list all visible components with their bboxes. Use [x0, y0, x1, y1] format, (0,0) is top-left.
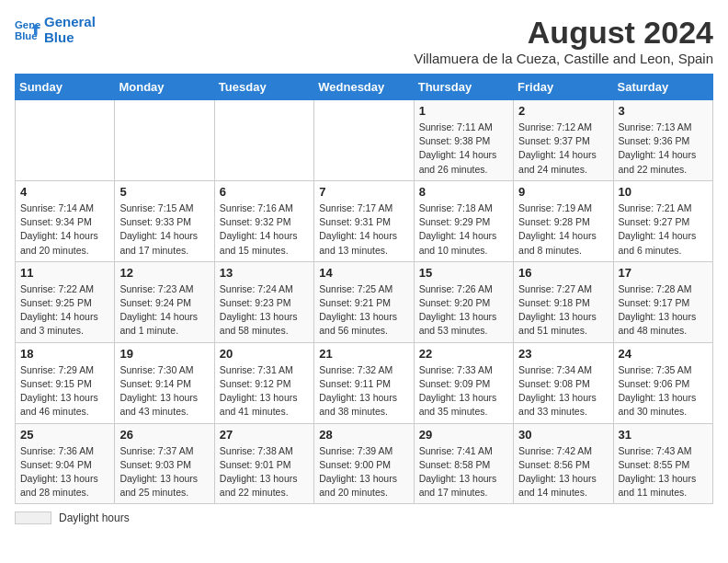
day-number: 9	[518, 185, 608, 199]
day-info: Sunrise: 7:12 AM Sunset: 9:37 PM Dayligh…	[518, 121, 608, 177]
day-number: 1	[419, 104, 508, 118]
calendar-cell	[115, 100, 214, 181]
day-info: Sunrise: 7:28 AM Sunset: 9:17 PM Dayligh…	[619, 282, 708, 339]
day-number: 24	[619, 347, 708, 361]
calendar-cell: 23Sunrise: 7:34 AM Sunset: 9:08 PM Dayli…	[514, 342, 613, 423]
day-info: Sunrise: 7:21 AM Sunset: 9:27 PM Dayligh…	[619, 201, 708, 258]
day-number: 10	[619, 185, 708, 199]
day-info: Sunrise: 7:37 AM Sunset: 9:03 PM Dayligh…	[119, 444, 209, 500]
day-info: Sunrise: 7:29 AM Sunset: 9:15 PM Dayligh…	[20, 363, 109, 419]
calendar-cell: 19Sunrise: 7:30 AM Sunset: 9:14 PM Dayli…	[115, 342, 214, 423]
logo-text: GeneralBlue	[44, 15, 96, 45]
day-number: 6	[220, 185, 309, 199]
calendar-cell: 7Sunrise: 7:17 AM Sunset: 9:31 PM Daylig…	[314, 180, 414, 261]
day-number: 18	[20, 347, 109, 361]
calendar-cell	[214, 100, 313, 181]
footer: Daylight hours	[15, 511, 713, 524]
header: General Blue GeneralBlue August 2024 Vil…	[15, 15, 713, 66]
week-row-1: 4Sunrise: 7:14 AM Sunset: 9:34 PM Daylig…	[16, 180, 713, 261]
calendar-cell: 2Sunrise: 7:12 AM Sunset: 9:37 PM Daylig…	[514, 100, 613, 181]
day-info: Sunrise: 7:13 AM Sunset: 9:36 PM Dayligh…	[619, 121, 708, 177]
calendar-cell: 31Sunrise: 7:43 AM Sunset: 8:55 PM Dayli…	[613, 423, 712, 504]
day-number: 7	[319, 185, 408, 199]
day-info: Sunrise: 7:23 AM Sunset: 9:24 PM Dayligh…	[119, 282, 209, 339]
day-info: Sunrise: 7:17 AM Sunset: 9:31 PM Dayligh…	[319, 201, 408, 258]
calendar-cell	[16, 100, 115, 181]
col-header-tuesday: Tuesday	[214, 75, 313, 100]
day-info: Sunrise: 7:14 AM Sunset: 9:34 PM Dayligh…	[20, 201, 109, 258]
day-number: 21	[319, 347, 408, 361]
day-info: Sunrise: 7:32 AM Sunset: 9:11 PM Dayligh…	[319, 363, 408, 419]
daylight-legend	[15, 511, 51, 524]
calendar-cell: 28Sunrise: 7:39 AM Sunset: 9:00 PM Dayli…	[314, 423, 414, 504]
day-info: Sunrise: 7:33 AM Sunset: 9:09 PM Dayligh…	[419, 363, 508, 419]
day-number: 30	[518, 428, 608, 442]
day-number: 15	[419, 266, 508, 280]
calendar-cell: 29Sunrise: 7:41 AM Sunset: 8:58 PM Dayli…	[414, 423, 513, 504]
day-number: 16	[518, 266, 608, 280]
calendar-cell: 5Sunrise: 7:15 AM Sunset: 9:33 PM Daylig…	[115, 180, 214, 261]
day-number: 8	[419, 185, 508, 199]
logo: General Blue GeneralBlue	[15, 15, 96, 45]
day-info: Sunrise: 7:15 AM Sunset: 9:33 PM Dayligh…	[119, 201, 209, 258]
calendar-cell: 14Sunrise: 7:25 AM Sunset: 9:21 PM Dayli…	[314, 261, 414, 342]
day-info: Sunrise: 7:26 AM Sunset: 9:20 PM Dayligh…	[419, 282, 508, 339]
calendar-cell: 10Sunrise: 7:21 AM Sunset: 9:27 PM Dayli…	[613, 180, 712, 261]
day-info: Sunrise: 7:22 AM Sunset: 9:25 PM Dayligh…	[20, 282, 109, 339]
col-header-wednesday: Wednesday	[314, 75, 414, 100]
calendar-cell: 15Sunrise: 7:26 AM Sunset: 9:20 PM Dayli…	[414, 261, 513, 342]
week-row-0: 1Sunrise: 7:11 AM Sunset: 9:38 PM Daylig…	[16, 100, 713, 181]
day-info: Sunrise: 7:42 AM Sunset: 8:56 PM Dayligh…	[518, 444, 608, 500]
day-info: Sunrise: 7:16 AM Sunset: 9:32 PM Dayligh…	[220, 201, 309, 258]
calendar-cell: 13Sunrise: 7:24 AM Sunset: 9:23 PM Dayli…	[214, 261, 313, 342]
main-title: August 2024	[414, 15, 713, 51]
calendar-cell: 3Sunrise: 7:13 AM Sunset: 9:36 PM Daylig…	[613, 100, 712, 181]
calendar-cell: 26Sunrise: 7:37 AM Sunset: 9:03 PM Dayli…	[115, 423, 214, 504]
calendar-cell: 4Sunrise: 7:14 AM Sunset: 9:34 PM Daylig…	[16, 180, 115, 261]
calendar-cell: 9Sunrise: 7:19 AM Sunset: 9:28 PM Daylig…	[514, 180, 613, 261]
day-info: Sunrise: 7:43 AM Sunset: 8:55 PM Dayligh…	[619, 444, 708, 500]
day-info: Sunrise: 7:11 AM Sunset: 9:38 PM Dayligh…	[419, 121, 508, 177]
calendar-table: SundayMondayTuesdayWednesdayThursdayFrid…	[15, 74, 713, 504]
svg-text:Blue: Blue	[15, 29, 38, 40]
day-number: 25	[20, 428, 109, 442]
week-row-3: 18Sunrise: 7:29 AM Sunset: 9:15 PM Dayli…	[16, 342, 713, 423]
day-info: Sunrise: 7:31 AM Sunset: 9:12 PM Dayligh…	[220, 363, 309, 419]
calendar-cell: 24Sunrise: 7:35 AM Sunset: 9:06 PM Dayli…	[613, 342, 712, 423]
calendar-cell: 11Sunrise: 7:22 AM Sunset: 9:25 PM Dayli…	[16, 261, 115, 342]
calendar-cell: 21Sunrise: 7:32 AM Sunset: 9:11 PM Dayli…	[314, 342, 414, 423]
day-info: Sunrise: 7:27 AM Sunset: 9:18 PM Dayligh…	[518, 282, 608, 339]
day-number: 12	[119, 266, 209, 280]
subtitle: Villamuera de la Cueza, Castille and Leo…	[414, 51, 713, 66]
day-number: 13	[220, 266, 309, 280]
day-number: 22	[419, 347, 508, 361]
calendar-cell: 6Sunrise: 7:16 AM Sunset: 9:32 PM Daylig…	[214, 180, 313, 261]
day-number: 19	[119, 347, 209, 361]
col-header-thursday: Thursday	[414, 75, 513, 100]
title-area: August 2024 Villamuera de la Cueza, Cast…	[414, 15, 713, 66]
week-row-2: 11Sunrise: 7:22 AM Sunset: 9:25 PM Dayli…	[16, 261, 713, 342]
day-info: Sunrise: 7:34 AM Sunset: 9:08 PM Dayligh…	[518, 363, 608, 419]
day-info: Sunrise: 7:25 AM Sunset: 9:21 PM Dayligh…	[319, 282, 408, 339]
day-number: 11	[20, 266, 109, 280]
week-row-4: 25Sunrise: 7:36 AM Sunset: 9:04 PM Dayli…	[16, 423, 713, 504]
day-info: Sunrise: 7:38 AM Sunset: 9:01 PM Dayligh…	[220, 444, 309, 500]
calendar-cell: 25Sunrise: 7:36 AM Sunset: 9:04 PM Dayli…	[16, 423, 115, 504]
calendar-cell: 20Sunrise: 7:31 AM Sunset: 9:12 PM Dayli…	[214, 342, 313, 423]
day-number: 14	[319, 266, 408, 280]
logo-icon: General Blue	[15, 17, 40, 43]
col-header-saturday: Saturday	[613, 75, 712, 100]
day-number: 4	[20, 185, 109, 199]
calendar-cell: 30Sunrise: 7:42 AM Sunset: 8:56 PM Dayli…	[514, 423, 613, 504]
day-info: Sunrise: 7:39 AM Sunset: 9:00 PM Dayligh…	[319, 444, 408, 500]
calendar-cell: 27Sunrise: 7:38 AM Sunset: 9:01 PM Dayli…	[214, 423, 313, 504]
calendar-cell: 12Sunrise: 7:23 AM Sunset: 9:24 PM Dayli…	[115, 261, 214, 342]
day-info: Sunrise: 7:30 AM Sunset: 9:14 PM Dayligh…	[119, 363, 209, 419]
day-number: 23	[518, 347, 608, 361]
day-number: 17	[619, 266, 708, 280]
day-number: 2	[518, 104, 608, 118]
day-info: Sunrise: 7:19 AM Sunset: 9:28 PM Dayligh…	[518, 201, 608, 258]
day-info: Sunrise: 7:35 AM Sunset: 9:06 PM Dayligh…	[619, 363, 708, 419]
day-info: Sunrise: 7:41 AM Sunset: 8:58 PM Dayligh…	[419, 444, 508, 500]
calendar-cell: 22Sunrise: 7:33 AM Sunset: 9:09 PM Dayli…	[414, 342, 513, 423]
